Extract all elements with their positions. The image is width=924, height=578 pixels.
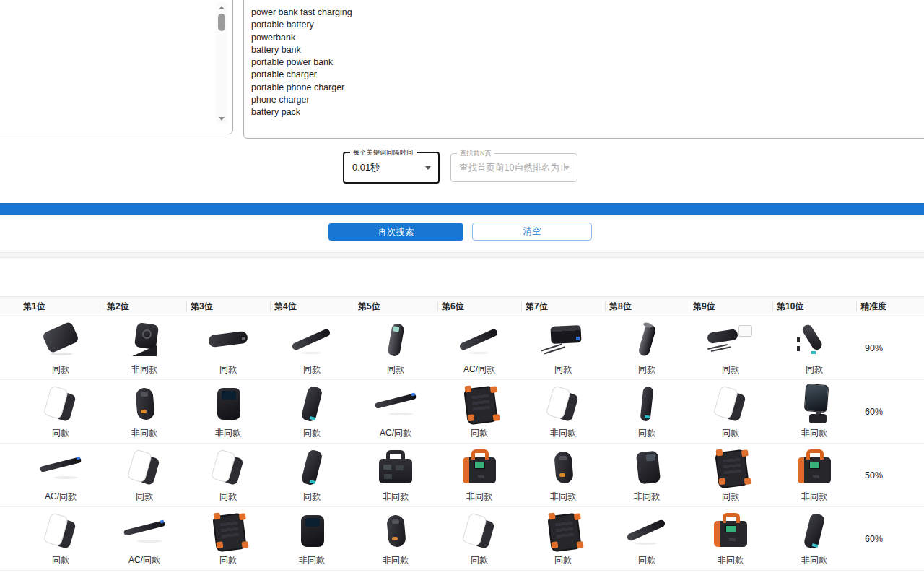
keyword-list-panel[interactable]: power bank fast chargingportable battery… <box>243 0 924 139</box>
product-image <box>201 384 255 426</box>
arrow-up-icon <box>219 6 225 9</box>
match-label: 同款 <box>52 554 69 566</box>
result-product-cell[interactable]: 非同款 <box>354 447 437 503</box>
result-product-cell[interactable]: 同款 <box>186 320 270 376</box>
product-image <box>34 384 87 426</box>
match-label: 非同款 <box>550 491 576 503</box>
result-product-cell[interactable]: 同款 <box>270 447 354 503</box>
result-product-cell[interactable]: AC/同款 <box>354 384 437 439</box>
result-product-cell[interactable]: 非同款 <box>605 447 689 503</box>
product-image <box>118 320 171 362</box>
product-image <box>201 320 255 362</box>
product-image <box>118 384 171 426</box>
result-product-cell[interactable]: 同款 <box>19 511 103 566</box>
result-product-cell[interactable]: 非同款 <box>103 384 186 439</box>
results-table-header: 第1位第2位第3位第4位第5位第6位第7位第8位第9位第10位精准度 <box>0 296 924 316</box>
column-header: 精准度 <box>856 301 924 313</box>
clear-button[interactable]: 清空 <box>472 223 592 241</box>
arrow-down-icon <box>219 117 225 121</box>
result-product-cell[interactable]: 同款 <box>270 384 354 439</box>
vertical-scrollbar[interactable] <box>216 2 227 124</box>
result-product-cell[interactable]: 同款 <box>521 511 605 566</box>
result-product-cell[interactable]: 非同款 <box>689 511 772 566</box>
result-product-cell[interactable]: AC/同款 <box>437 320 521 376</box>
match-label: 同款 <box>219 491 237 503</box>
precision-value: 50% <box>856 470 924 480</box>
table-row: 同款AC/同款同款非同款非同款同款同款同款非同款非同款60% <box>0 507 924 571</box>
result-product-cell[interactable]: 同款 <box>186 447 270 503</box>
result-product-cell[interactable]: 非同款 <box>772 447 856 503</box>
result-product-cell[interactable]: 同款 <box>689 320 772 376</box>
result-product-cell[interactable]: 同款 <box>186 511 270 566</box>
result-product-cell[interactable]: 同款 <box>689 384 772 439</box>
result-product-cell[interactable]: 同款 <box>437 384 521 439</box>
match-label: 同款 <box>52 363 69 376</box>
product-image <box>788 511 841 553</box>
result-product-cell[interactable]: 同款 <box>19 320 103 376</box>
product-image <box>788 384 841 426</box>
interval-select[interactable]: 每个关键词间隔时间 0.01秒 <box>343 152 440 184</box>
pages-select-label: 查找前N页 <box>457 149 494 158</box>
result-product-cell[interactable]: 非同款 <box>103 320 186 376</box>
product-image <box>704 320 757 362</box>
product-image <box>704 384 757 426</box>
scrollbar-thumb[interactable] <box>218 14 225 31</box>
column-header: 第5位 <box>354 301 437 313</box>
match-label: 同款 <box>722 363 739 376</box>
result-product-cell[interactable]: 非同款 <box>521 384 605 439</box>
column-header: 第9位 <box>689 301 772 313</box>
search-again-button[interactable]: 再次搜索 <box>328 223 463 241</box>
pages-select-value: 查找首页前10自然排名为止 <box>459 162 568 174</box>
match-label: 同款 <box>52 427 69 439</box>
scroll-down-button[interactable] <box>216 113 227 124</box>
match-label: 同款 <box>387 363 404 376</box>
product-image <box>285 447 339 489</box>
product-image <box>788 320 841 362</box>
product-image <box>453 447 506 489</box>
result-product-cell[interactable]: 同款 <box>437 511 521 566</box>
keyword-item: battery pack <box>251 106 924 118</box>
scroll-up-button[interactable] <box>216 2 227 12</box>
result-product-cell[interactable]: AC/同款 <box>103 511 186 566</box>
result-product-cell[interactable]: 非同款 <box>772 511 856 566</box>
result-product-cell[interactable]: 同款 <box>772 320 856 376</box>
result-product-cell[interactable]: 非同款 <box>521 447 605 503</box>
product-image <box>369 447 422 489</box>
result-product-cell[interactable]: 同款 <box>354 320 437 376</box>
result-product-cell[interactable]: AC/同款 <box>19 447 103 503</box>
product-image <box>620 384 674 426</box>
column-header: 第1位 <box>19 301 103 313</box>
product-image <box>201 511 255 553</box>
result-product-cell[interactable]: 同款 <box>270 320 354 376</box>
match-label: 非同款 <box>299 554 325 566</box>
product-image <box>118 511 171 553</box>
result-product-cell[interactable]: 非同款 <box>186 384 270 439</box>
column-header: 第4位 <box>270 301 354 313</box>
result-product-cell[interactable]: 同款 <box>19 384 103 439</box>
product-image <box>704 511 757 553</box>
chevron-down-icon <box>425 166 431 170</box>
product-image <box>285 384 339 426</box>
result-product-cell[interactable]: 同款 <box>521 320 605 376</box>
result-product-cell[interactable]: 同款 <box>689 447 772 503</box>
keyword-item: portable power bank <box>251 56 924 69</box>
result-product-cell[interactable]: 非同款 <box>437 447 521 503</box>
result-product-cell[interactable]: 同款 <box>605 320 689 376</box>
column-header: 第7位 <box>521 301 605 313</box>
result-product-cell[interactable]: 非同款 <box>354 511 437 566</box>
product-image <box>453 511 506 553</box>
result-product-cell[interactable]: 同款 <box>605 511 689 566</box>
result-product-cell[interactable]: 非同款 <box>772 384 856 439</box>
result-product-cell[interactable]: 同款 <box>605 384 689 439</box>
keyword-item: powerbank <box>251 32 924 44</box>
precision-value: 60% <box>856 534 924 544</box>
match-label: 同款 <box>638 554 655 566</box>
product-image <box>620 511 674 553</box>
app-window: power bank fast chargingportable battery… <box>0 0 924 578</box>
left-scroll-panel[interactable] <box>0 0 233 134</box>
match-label: 非同款 <box>131 427 157 439</box>
match-label: 同款 <box>638 363 655 376</box>
result-product-cell[interactable]: 同款 <box>103 447 186 503</box>
pages-select-disabled: 查找前N页 查找首页前10自然排名为止 <box>450 153 578 182</box>
result-product-cell[interactable]: 非同款 <box>270 511 354 566</box>
